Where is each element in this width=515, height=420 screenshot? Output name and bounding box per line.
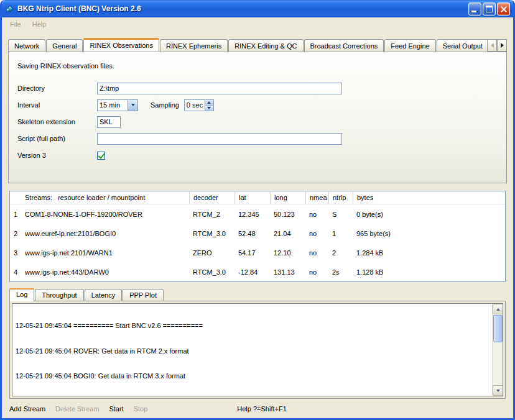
interval-label: Interval — [17, 101, 97, 109]
delete-stream-button[interactable]: Delete Stream — [55, 405, 99, 413]
cell-nmea: no — [305, 211, 328, 218]
cell-long: 12.10 — [270, 249, 305, 257]
tab-scroll-right-button[interactable] — [497, 39, 507, 52]
chevron-up-icon — [207, 101, 211, 104]
title-bar[interactable]: BKG Ntrip Client (BNC) Version 2.6 — [2, 0, 513, 17]
sampling-up-button[interactable] — [205, 100, 213, 105]
cell-nmea: no — [305, 230, 328, 237]
skeleton-extension-label: Skeleton extension — [17, 118, 97, 126]
cell-long: 21.04 — [270, 230, 305, 237]
cell-decoder: ZERO — [189, 249, 234, 257]
main-tab-bar: Network General RINEX Observations RINEX… — [8, 38, 507, 52]
log-line: 12-05-21 09:45:04 ROVER: Get data in RTC… — [16, 347, 489, 356]
chevron-up-icon — [496, 308, 500, 311]
cell-bytes: 1.128 kB — [353, 268, 505, 276]
tab-rinex-editing-qc[interactable]: RINEX Editing & QC — [228, 39, 303, 52]
tab-feed-engine[interactable]: Feed Engine — [384, 39, 435, 52]
tab-scroll-left-button[interactable] — [487, 39, 497, 52]
window-title: BKG Ntrip Client (BNC) Version 2.6 — [17, 4, 465, 13]
version3-label: Version 3 — [17, 152, 97, 159]
header-decoder: decoder — [189, 191, 234, 204]
maximize-icon — [486, 6, 493, 12]
panel-intro-text: Saving RINEX observation files. — [17, 62, 498, 70]
cell-long: 50.123 — [270, 211, 305, 218]
cell-lat: 54.17 — [234, 249, 270, 257]
sampling-stepper[interactable]: 0 sec — [184, 99, 214, 111]
chevron-left-icon — [491, 43, 494, 48]
cell-ntrip: 2 — [328, 249, 353, 257]
cell-decoder: RTCM_3.0 — [189, 268, 234, 276]
tab-rinex-ephemeris[interactable]: RINEX Ephemeris — [160, 39, 228, 52]
add-stream-button[interactable]: Add Stream — [9, 405, 45, 413]
tab-broadcast-corrections[interactable]: Broadcast Corrections — [304, 39, 384, 52]
header-mountpoint: Streams: resource loader / mountpoint — [21, 191, 189, 204]
minimize-icon — [471, 11, 476, 12]
bnc-window: BKG Ntrip Client (BNC) Version 2.6 File … — [0, 0, 515, 420]
menu-item-help[interactable]: Help — [27, 19, 52, 30]
minimize-button[interactable] — [468, 2, 481, 16]
maximize-button[interactable] — [483, 2, 496, 16]
header-ntrip: ntrip — [328, 191, 353, 204]
cell-long: 131.13 — [270, 268, 305, 276]
cell-bytes: 1.284 kB — [353, 249, 505, 257]
tab-throughput[interactable]: Throughput — [35, 289, 83, 301]
tab-network[interactable]: Network — [8, 39, 45, 52]
sampling-down-button[interactable] — [205, 105, 213, 111]
menu-bar: File Help — [2, 17, 513, 30]
tab-log[interactable]: Log — [9, 288, 34, 301]
version3-checkbox[interactable] — [97, 152, 105, 160]
cell-ntrip: S — [328, 211, 353, 218]
cell-bytes: 965 byte(s) — [353, 230, 505, 237]
stop-button[interactable]: Stop — [134, 405, 148, 413]
help-shortcut-text: Help ?=Shift+F1 — [237, 405, 287, 413]
streams-table-header: Streams: resource loader / mountpoint de… — [10, 191, 505, 204]
sampling-value: 0 sec — [185, 100, 205, 111]
cell-mountpoint: www.euref-ip.net:2101/BOGI0 — [21, 230, 189, 237]
rinex-observations-panel: Saving RINEX observation files. Director… — [8, 52, 507, 183]
chevron-down-icon — [131, 104, 135, 106]
chevron-down-icon — [496, 390, 500, 392]
close-button[interactable] — [497, 2, 510, 16]
tab-ppp-plot[interactable]: PPP Plot — [123, 289, 164, 301]
cell-decoder: RTCM_2 — [189, 211, 234, 218]
start-button[interactable]: Start — [109, 405, 123, 413]
log-line: 12-05-21 09:45:04 ========== Start BNC v… — [16, 322, 489, 331]
cell-ntrip: 2s — [328, 268, 353, 276]
log-text-area[interactable]: 12-05-21 09:45:04 ========== Start BNC v… — [12, 303, 503, 396]
tab-serial-output[interactable]: Serial Output — [437, 39, 489, 52]
interval-value: 15 min — [98, 101, 128, 109]
scrollbar-thumb[interactable] — [493, 315, 503, 342]
table-row[interactable]: 1 COM1-8-NONE-1-OFF-19200/ROVER RTCM_2 1… — [10, 204, 505, 224]
scroll-down-button[interactable] — [493, 385, 503, 396]
table-row[interactable]: 2 www.euref-ip.net:2101/BOGI0 RTCM_3.0 5… — [10, 224, 505, 243]
script-path-field[interactable] — [97, 133, 342, 145]
scroll-up-button[interactable] — [493, 304, 503, 314]
bottom-tab-bar: Log Throughput Latency PPP Plot — [9, 288, 506, 301]
header-lat: lat — [234, 191, 270, 204]
tab-rinex-observations[interactable]: RINEX Observations — [83, 38, 159, 52]
header-bytes: bytes — [353, 191, 505, 204]
cell-lat: -12.84 — [234, 268, 270, 276]
tab-general[interactable]: General — [46, 39, 83, 52]
skeleton-extension-field[interactable] — [97, 116, 121, 128]
log-scrollbar[interactable] — [492, 304, 503, 396]
interval-dropdown-button[interactable] — [128, 100, 137, 111]
log-pane: 12-05-21 09:45:04 ========== Start BNC v… — [9, 301, 506, 399]
header-long: long — [270, 191, 305, 204]
bottom-button-bar: Add Stream Delete Stream Start Stop Help… — [2, 399, 513, 418]
streams-table: Streams: resource loader / mountpoint de… — [9, 191, 506, 282]
table-row[interactable]: 4 www.igs-ip.net:443/DARW0 RTCM_3.0 -12.… — [10, 262, 505, 281]
log-line: 12-05-21 09:45:04 BOGI0: Get data in RTC… — [16, 372, 489, 381]
app-icon — [6, 5, 14, 13]
chevron-down-icon — [207, 107, 211, 109]
interval-select[interactable]: 15 min — [97, 99, 138, 111]
menu-item-file[interactable]: File — [4, 19, 27, 30]
table-row[interactable]: 3 www.igs-ip.net:2101/WARN1 ZERO 54.17 1… — [10, 243, 505, 262]
cell-mountpoint: www.igs-ip.net:2101/WARN1 — [21, 249, 189, 257]
cell-ntrip: 1 — [328, 230, 353, 237]
cell-decoder: RTCM_3.0 — [189, 230, 234, 237]
cell-bytes: 0 byte(s) — [353, 211, 505, 218]
tab-latency[interactable]: Latency — [85, 289, 123, 301]
directory-field[interactable] — [97, 83, 342, 94]
sampling-label: Sampling — [151, 101, 179, 109]
